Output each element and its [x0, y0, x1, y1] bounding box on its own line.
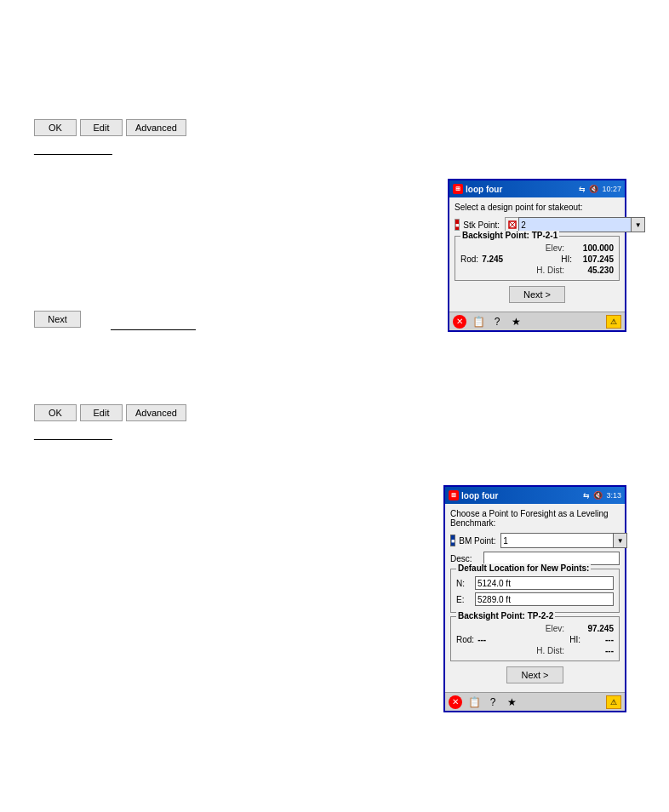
e-row: E: — [456, 592, 614, 606]
dialog2-title: loop four — [461, 491, 498, 500]
left-bottom-section: OK Edit Advanced _______________ — [34, 404, 186, 440]
n-label: N: — [456, 579, 472, 588]
rod-label-1: Rod: — [460, 254, 478, 264]
ok-button-bottom[interactable]: OK — [34, 404, 77, 421]
dialog2-body: Choose a Point to Foresight as a Levelin… — [445, 504, 625, 692]
copy-icon-2[interactable]: 📋 — [467, 695, 481, 709]
left-top-section: OK Edit Advanced _______________ — [34, 119, 186, 155]
windows-logo-icon-2: ⊞ — [449, 490, 459, 500]
copy-icon-1[interactable]: 📋 — [472, 315, 485, 329]
elev-label-2: Elev: — [546, 624, 564, 633]
warning-icon-2[interactable]: ⚠ — [606, 695, 621, 709]
top-underline: _______________ — [34, 145, 186, 155]
dialog1-title-left: ⊞ loop four — [453, 184, 502, 194]
dialog2-title-right: ⇆ 🔇 3:13 — [583, 491, 621, 500]
dialog-benchmark: ⊞ loop four ⇆ 🔇 3:13 Choose a Point to F… — [443, 485, 626, 712]
bottom-underline: _______________ — [34, 430, 186, 440]
dialog1-titlebar: ⊞ loop four ⇆ 🔇 10:27 — [449, 180, 625, 197]
hi-label-1: HI: — [561, 254, 572, 264]
backsight-group-2: Backsight Point: TP-2-2 Elev: 97.245 Rod… — [450, 616, 620, 661]
bm-point-input[interactable] — [500, 533, 614, 548]
elev-value-1: 100.000 — [571, 243, 614, 253]
backsight-group-1-content: Elev: 100.000 Rod: 7.245 HI: 107.245 H. … — [460, 243, 614, 275]
next-button-dialog1[interactable]: Next > — [509, 286, 565, 303]
mute-icon-2: 🔇 — [593, 491, 603, 500]
hdist-value-1: 45.230 — [571, 266, 614, 275]
dialog2-toolbar: ✕ 📋 ? ★ ⚠ — [445, 692, 625, 711]
dialog1-time: 10:27 — [602, 185, 621, 193]
location-group-label: Default Location for New Points: — [456, 563, 591, 573]
backsight-group-1: Backsight Point: TP-2-1 Elev: 100.000 Ro… — [455, 236, 620, 281]
dialog2-prompt: Choose a Point to Foresight as a Levelin… — [450, 509, 620, 528]
edit-button-top[interactable]: Edit — [80, 119, 123, 136]
bm-point-input-container: ▼ — [500, 533, 627, 548]
dialog1-prompt: Select a design point for stakeout: — [455, 203, 620, 212]
hdist-label-2: H. Dist: — [536, 646, 564, 655]
star-icon-2[interactable]: ★ — [505, 695, 518, 709]
hdist-label-1: H. Dist: — [536, 266, 564, 275]
rod-row-1: Rod: 7.245 HI: 107.245 — [460, 254, 614, 264]
stk-point-dropdown[interactable]: ▼ — [632, 217, 645, 232]
dialog2-titlebar: ⊞ loop four ⇆ 🔇 3:13 — [445, 487, 625, 504]
dialog1-title: loop four — [466, 185, 502, 194]
help-icon-1[interactable]: ? — [490, 315, 504, 329]
location-group-content: N: E: — [456, 576, 614, 606]
ok-button-top[interactable]: OK — [34, 119, 77, 136]
n-input[interactable] — [475, 576, 614, 590]
bm-point-icon: ■ — [450, 535, 455, 546]
stk-point-icon: ■ — [455, 219, 460, 231]
dialog2-title-left: ⊞ loop four — [449, 490, 498, 500]
hi-label-2: HI: — [569, 635, 580, 644]
help-icon-2[interactable]: ? — [486, 695, 500, 709]
middle-line — [111, 318, 196, 330]
bm-point-dropdown[interactable]: ▼ — [614, 533, 627, 548]
warning-icon-1[interactable]: ⚠ — [606, 315, 621, 329]
signal-icon: ⇆ — [579, 185, 586, 193]
elev-row-1: Elev: 100.000 — [460, 243, 614, 253]
hdist-value-2: --- — [571, 646, 614, 655]
dialog1-body: Select a design point for stakeout: ■ St… — [449, 197, 625, 312]
rod-value-1: 7.245 — [482, 254, 558, 264]
bm-point-row: ■ BM Point: ▼ — [450, 533, 620, 548]
hi-value-2: --- — [584, 635, 614, 644]
hdist-row-1: H. Dist: 45.230 — [460, 266, 614, 275]
desc-label: Desc: — [450, 554, 480, 563]
edit-button-bottom[interactable]: Edit — [80, 404, 123, 421]
signal-icon-2: ⇆ — [583, 491, 590, 500]
mute-icon: 🔇 — [589, 185, 598, 193]
location-group: Default Location for New Points: N: E: — [450, 569, 620, 613]
next-button-left[interactable]: Next — [34, 311, 81, 328]
e-label: E: — [456, 595, 472, 604]
top-button-row: OK Edit Advanced — [34, 119, 186, 136]
close-icon-2[interactable]: ✕ — [449, 695, 462, 709]
hi-value-1: 107.245 — [575, 254, 614, 264]
star-icon-1[interactable]: ★ — [509, 315, 523, 329]
rod-value-2: --- — [477, 635, 566, 644]
close-icon-1[interactable]: ✕ — [453, 315, 466, 329]
elev-row-2: Elev: 97.245 — [456, 624, 614, 633]
e-input[interactable] — [475, 592, 614, 606]
bottom-button-row: OK Edit Advanced — [34, 404, 186, 421]
rod-label-2: Rod: — [456, 635, 474, 644]
dialog2-time: 3:13 — [606, 491, 621, 500]
windows-logo-icon: ⊞ — [453, 184, 463, 194]
backsight-group-2-label: Backsight Point: TP-2-2 — [456, 611, 555, 620]
stk-point-label: Stk Point: — [463, 220, 501, 230]
n-row: N: — [456, 576, 614, 590]
advanced-button-bottom[interactable]: Advanced — [126, 404, 186, 421]
dialog-stakeout: ⊞ loop four ⇆ 🔇 10:27 Select a design po… — [448, 179, 626, 332]
rod-row-2: Rod: --- HI: --- — [456, 635, 614, 644]
advanced-button-top[interactable]: Advanced — [126, 119, 186, 136]
elev-label-1: Elev: — [546, 243, 564, 253]
dialog1-toolbar: ✕ 📋 ? ★ ⚠ — [449, 312, 625, 330]
dialog1-title-right: ⇆ 🔇 10:27 — [579, 185, 621, 193]
backsight-group-1-label: Backsight Point: TP-2-1 — [460, 231, 559, 240]
hdist-row-2: H. Dist: --- — [456, 646, 614, 655]
next-button-dialog2[interactable]: Next > — [506, 666, 563, 683]
bm-point-label: BM Point: — [459, 536, 497, 546]
backsight-group-2-content: Elev: 97.245 Rod: --- HI: --- H. Dist: -… — [456, 624, 614, 655]
elev-value-2: 97.245 — [571, 624, 614, 633]
single-button-section: Next — [34, 311, 81, 328]
